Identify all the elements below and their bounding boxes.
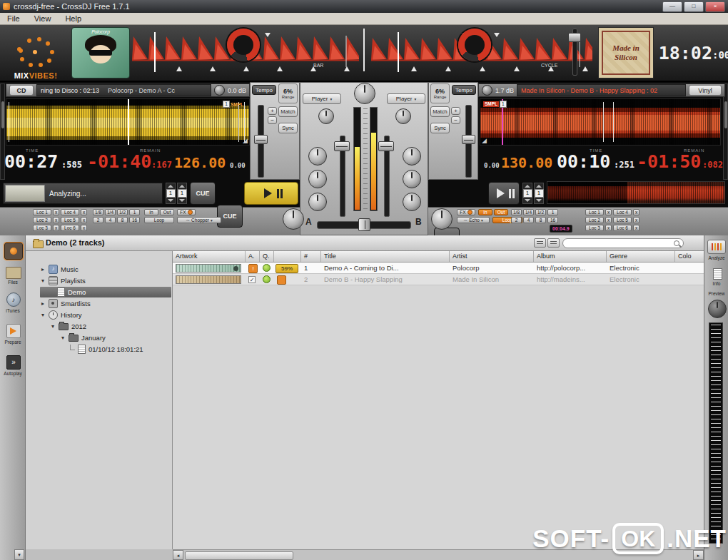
deck-a-play-button[interactable]: [244, 182, 298, 205]
tree-item-music[interactable]: ▸ ♪ Music: [40, 264, 168, 275]
deck-b-eq-mid-knob[interactable]: [403, 170, 421, 188]
expanded-arrow-icon[interactable]: ▾: [40, 278, 46, 284]
deck-b-phones-knob[interactable]: [395, 108, 411, 124]
collection-icon[interactable]: [4, 243, 23, 260]
deck-a-match-button[interactable]: Match: [278, 106, 298, 117]
loc-clear-button[interactable]: x: [81, 225, 87, 231]
loc-clear-button[interactable]: x: [53, 217, 59, 223]
up-arrow-icon[interactable]: [168, 185, 173, 188]
list-view-button[interactable]: [547, 238, 560, 248]
files-icon[interactable]: [6, 267, 21, 279]
loop-in-button[interactable]: In: [478, 209, 492, 215]
tree-item-playlists[interactable]: ▾ Playlists: [40, 275, 168, 286]
crossfader[interactable]: [358, 218, 370, 231]
tree-item-smartlists[interactable]: ▸ Smartlists: [40, 298, 168, 309]
loc-clear-button[interactable]: x: [53, 209, 59, 215]
loop-button[interactable]: Loop: [144, 217, 174, 223]
tree-item-demo[interactable]: Demo: [40, 287, 171, 297]
loc-clear-button[interactable]: x: [605, 225, 612, 231]
loc-button[interactable]: Loc 5: [61, 217, 79, 223]
loc-button[interactable]: Loc 5: [613, 217, 632, 223]
deck-a-eq-mid-knob[interactable]: [308, 170, 327, 188]
deck-a-tempo-slider[interactable]: [254, 135, 268, 144]
deck-a-beatjump-stepper[interactable]: 1: [166, 183, 176, 204]
loc-button[interactable]: Loc 6: [61, 225, 79, 231]
minimize-button[interactable]: —: [662, 1, 682, 12]
deck-b-beatjump-stepper[interactable]: 1: [522, 183, 532, 204]
loop-length-button[interactable]: 1/8: [511, 209, 522, 215]
loc-clear-button[interactable]: x: [633, 209, 639, 215]
up-arrow-icon[interactable]: [536, 185, 542, 188]
loc-button[interactable]: Loc 2: [585, 217, 604, 223]
sidebar-item-files[interactable]: Files: [0, 280, 26, 285]
grid-view-button[interactable]: [534, 238, 546, 248]
deck-a-fx-knob[interactable]: [283, 208, 304, 230]
deck-b-mini-waveform[interactable]: [547, 181, 725, 204]
overview-slider-handle[interactable]: [568, 33, 581, 42]
loc-clear-button[interactable]: x: [605, 209, 612, 215]
expanded-arrow-icon[interactable]: ▾: [40, 312, 46, 318]
column-header-quality[interactable]: Q.: [260, 251, 274, 262]
deck-b-play-button[interactable]: [488, 182, 520, 205]
loc-button[interactable]: Loc 1: [33, 209, 51, 215]
toolbar-scroll-down-button[interactable]: ▾: [14, 549, 24, 560]
column-header-analyzed[interactable]: A.: [246, 251, 260, 262]
expanded-arrow-icon[interactable]: ▾: [60, 335, 66, 341]
sidebar-item-prepare[interactable]: Prepare: [0, 340, 26, 345]
deck-b-pitch-minus-button[interactable]: −: [451, 116, 460, 124]
deck-b-waveform[interactable]: SMPL 1 ◢: [480, 98, 721, 146]
loop-length-button[interactable]: 1/2: [117, 209, 128, 215]
search-input[interactable]: [562, 238, 684, 248]
deck-a-cue1-button[interactable]: CUE: [190, 182, 216, 205]
deck-b-fx-knob[interactable]: [431, 208, 453, 230]
table-row[interactable]: ✓ 2 Demo B - Happy Slapping Made In Sili…: [173, 274, 704, 285]
loc-button[interactable]: Loc 1: [585, 209, 604, 215]
deck-b-match-button[interactable]: Match: [430, 106, 450, 117]
up-arrow-icon[interactable]: [525, 185, 530, 188]
collapsed-arrow-icon[interactable]: ▸: [40, 266, 46, 273]
vinyl-mode-button[interactable]: Vinyl: [689, 85, 722, 96]
preview-volume-knob[interactable]: [708, 300, 727, 318]
down-arrow-icon[interactable]: [168, 199, 173, 202]
collapsed-arrow-icon[interactable]: ▸: [40, 300, 46, 307]
loc-clear-button[interactable]: x: [605, 217, 612, 223]
loop-length-button[interactable]: 1: [129, 209, 140, 215]
down-arrow-icon[interactable]: [525, 199, 530, 202]
table-row[interactable]: ! 59% 1 Demo A - Coming to Di... Polocor…: [173, 263, 704, 274]
deck-a-phones-knob[interactable]: [318, 108, 334, 124]
loc-clear-button[interactable]: x: [81, 217, 87, 223]
scrollbar-thumb[interactable]: [185, 551, 293, 560]
deck-a-eq-low-knob[interactable]: [308, 193, 327, 211]
expand-icon[interactable]: ◢: [482, 138, 487, 144]
loop-length-button[interactable]: 4: [105, 217, 116, 223]
loop-in-button[interactable]: In: [144, 209, 158, 215]
loop-length-button[interactable]: 1/2: [535, 209, 546, 215]
deck-a-gain-knob[interactable]: [214, 85, 225, 96]
deck-b-sync-button[interactable]: Sync: [430, 123, 450, 133]
column-header-color[interactable]: Colo: [675, 251, 704, 262]
deck-b-player-select[interactable]: Player▾: [387, 93, 425, 104]
loc-button[interactable]: Loc 3: [585, 225, 604, 231]
menu-view[interactable]: View: [27, 13, 59, 24]
column-header-progress[interactable]: [274, 251, 301, 262]
deck-a-player-select[interactable]: Player▾: [303, 93, 341, 104]
down-arrow-icon[interactable]: [536, 199, 542, 202]
loop-out-button[interactable]: Out: [160, 209, 174, 215]
loc-button[interactable]: Loc 6: [613, 225, 632, 231]
loc-button[interactable]: Loc 4: [61, 209, 79, 215]
itunes-icon[interactable]: ♪: [6, 292, 21, 307]
close-button[interactable]: ×: [705, 1, 725, 12]
cd-mode-button[interactable]: CD: [9, 85, 34, 96]
menu-file[interactable]: File: [0, 13, 27, 24]
deck-a-pitch-minus-button[interactable]: −: [268, 116, 277, 124]
deck-b-volume-fader[interactable]: [378, 141, 394, 151]
loop-length-button[interactable]: 16: [547, 217, 558, 223]
deck-b-eq-hi-knob[interactable]: [403, 147, 421, 166]
loop-length-button[interactable]: 2: [511, 217, 522, 223]
expand-icon[interactable]: ◢: [243, 138, 248, 144]
maximize-button[interactable]: □: [684, 1, 704, 12]
fx-select-dropdown[interactable]: ∼ Echo ▾: [457, 217, 490, 223]
loop-length-button[interactable]: 4: [523, 217, 534, 223]
fx-toggle-button[interactable]: FX: [457, 209, 475, 215]
deck-a-cue2-button[interactable]: CUE: [217, 205, 243, 228]
